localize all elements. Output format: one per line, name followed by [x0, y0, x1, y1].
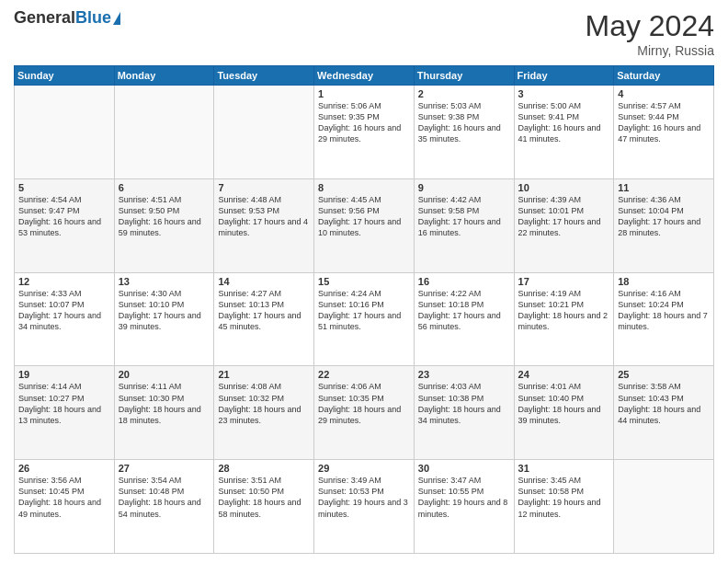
- day-number: 20: [119, 369, 210, 380]
- day-number: 24: [518, 369, 610, 380]
- day-number: 22: [318, 369, 410, 380]
- table-cell: 8Sunrise: 4:45 AMSunset: 9:56 PMDaylight…: [314, 178, 415, 272]
- day-info: Sunrise: 4:39 AMSunset: 10:01 PMDaylight…: [518, 195, 601, 237]
- day-info: Sunrise: 4:36 AMSunset: 10:04 PMDaylight…: [618, 195, 700, 237]
- title-month-year: May 2024: [585, 9, 714, 43]
- week-row-4: 19Sunrise: 4:14 AMSunset: 10:27 PMDaylig…: [15, 366, 714, 460]
- logo: GeneralBlue: [14, 9, 120, 28]
- day-number: 25: [618, 369, 710, 380]
- col-friday: Friday: [514, 66, 614, 86]
- day-info: Sunrise: 5:06 AMSunset: 9:35 PMDaylight:…: [318, 101, 401, 144]
- day-info: Sunrise: 4:57 AMSunset: 9:44 PMDaylight:…: [618, 101, 700, 144]
- day-info: Sunrise: 4:16 AMSunset: 10:24 PMDaylight…: [618, 289, 708, 331]
- day-number: 3: [518, 88, 610, 99]
- day-number: 8: [318, 182, 410, 193]
- table-cell: 2Sunrise: 5:03 AMSunset: 9:38 PMDaylight…: [414, 86, 514, 179]
- day-number: 6: [119, 182, 210, 193]
- title-block: May 2024 Mirny, Russia: [585, 9, 714, 58]
- table-cell: 26Sunrise: 3:56 AMSunset: 10:45 PMDaylig…: [15, 460, 115, 554]
- table-cell: [15, 86, 115, 179]
- calendar-header-row: Sunday Monday Tuesday Wednesday Thursday…: [15, 66, 714, 86]
- col-thursday: Thursday: [414, 66, 514, 86]
- table-cell: 5Sunrise: 4:54 AMSunset: 9:47 PMDaylight…: [15, 178, 115, 272]
- week-row-2: 5Sunrise: 4:54 AMSunset: 9:47 PMDaylight…: [15, 178, 714, 272]
- table-cell: 9Sunrise: 4:42 AMSunset: 9:58 PMDaylight…: [414, 178, 514, 272]
- day-number: 16: [418, 276, 510, 287]
- week-row-5: 26Sunrise: 3:56 AMSunset: 10:45 PMDaylig…: [15, 460, 714, 554]
- day-number: 27: [119, 463, 210, 474]
- table-cell: 31Sunrise: 3:45 AMSunset: 10:58 PMDaylig…: [514, 460, 614, 554]
- table-cell: 21Sunrise: 4:08 AMSunset: 10:32 PMDaylig…: [214, 366, 314, 460]
- day-number: 14: [218, 276, 310, 287]
- day-number: 13: [119, 276, 210, 287]
- table-cell: 23Sunrise: 4:03 AMSunset: 10:38 PMDaylig…: [414, 366, 514, 460]
- day-info: Sunrise: 4:01 AMSunset: 10:40 PMDaylight…: [518, 382, 601, 424]
- day-info: Sunrise: 5:00 AMSunset: 9:41 PMDaylight:…: [518, 101, 601, 144]
- col-saturday: Saturday: [614, 66, 714, 86]
- table-cell: 4Sunrise: 4:57 AMSunset: 9:44 PMDaylight…: [614, 86, 714, 179]
- day-info: Sunrise: 5:03 AMSunset: 9:38 PMDaylight:…: [418, 101, 501, 144]
- day-info: Sunrise: 4:54 AMSunset: 9:47 PMDaylight:…: [18, 195, 101, 237]
- table-cell: 28Sunrise: 3:51 AMSunset: 10:50 PMDaylig…: [214, 460, 314, 554]
- table-cell: 17Sunrise: 4:19 AMSunset: 10:21 PMDaylig…: [514, 272, 614, 366]
- day-number: 30: [418, 463, 510, 474]
- table-cell: 6Sunrise: 4:51 AMSunset: 9:50 PMDaylight…: [114, 178, 214, 272]
- title-location: Mirny, Russia: [585, 43, 714, 58]
- table-cell: 18Sunrise: 4:16 AMSunset: 10:24 PMDaylig…: [614, 272, 714, 366]
- day-info: Sunrise: 4:03 AMSunset: 10:38 PMDaylight…: [418, 382, 501, 424]
- day-number: 29: [318, 463, 410, 474]
- logo-triangle-icon: [113, 12, 120, 25]
- table-cell: 20Sunrise: 4:11 AMSunset: 10:30 PMDaylig…: [114, 366, 214, 460]
- week-row-3: 12Sunrise: 4:33 AMSunset: 10:07 PMDaylig…: [15, 272, 714, 366]
- table-cell: 25Sunrise: 3:58 AMSunset: 10:43 PMDaylig…: [614, 366, 714, 460]
- day-info: Sunrise: 4:19 AMSunset: 10:21 PMDaylight…: [518, 289, 609, 331]
- day-info: Sunrise: 4:51 AMSunset: 9:50 PMDaylight:…: [119, 195, 201, 237]
- day-number: 23: [418, 369, 510, 380]
- col-wednesday: Wednesday: [314, 66, 415, 86]
- day-number: 9: [418, 182, 510, 193]
- table-cell: 10Sunrise: 4:39 AMSunset: 10:01 PMDaylig…: [514, 178, 614, 272]
- day-number: 15: [318, 276, 410, 287]
- day-number: 19: [18, 369, 110, 380]
- table-cell: 19Sunrise: 4:14 AMSunset: 10:27 PMDaylig…: [15, 366, 115, 460]
- day-info: Sunrise: 4:33 AMSunset: 10:07 PMDaylight…: [18, 289, 101, 331]
- day-info: Sunrise: 4:42 AMSunset: 9:58 PMDaylight:…: [418, 195, 501, 237]
- table-cell: 7Sunrise: 4:48 AMSunset: 9:53 PMDaylight…: [214, 178, 314, 272]
- day-number: 21: [218, 369, 310, 380]
- table-cell: [214, 86, 314, 179]
- day-info: Sunrise: 3:47 AMSunset: 10:55 PMDaylight…: [418, 476, 508, 518]
- header: GeneralBlue May 2024 Mirny, Russia: [14, 9, 714, 58]
- day-info: Sunrise: 3:51 AMSunset: 10:50 PMDaylight…: [218, 476, 301, 518]
- table-cell: 30Sunrise: 3:47 AMSunset: 10:55 PMDaylig…: [414, 460, 514, 554]
- day-info: Sunrise: 4:14 AMSunset: 10:27 PMDaylight…: [18, 382, 101, 424]
- table-cell: 1Sunrise: 5:06 AMSunset: 9:35 PMDaylight…: [314, 86, 415, 179]
- table-cell: 16Sunrise: 4:22 AMSunset: 10:18 PMDaylig…: [414, 272, 514, 366]
- week-row-1: 1Sunrise: 5:06 AMSunset: 9:35 PMDaylight…: [15, 86, 714, 179]
- day-info: Sunrise: 3:45 AMSunset: 10:58 PMDaylight…: [518, 476, 601, 518]
- day-number: 28: [218, 463, 310, 474]
- day-info: Sunrise: 4:48 AMSunset: 9:53 PMDaylight:…: [218, 195, 308, 237]
- day-info: Sunrise: 3:56 AMSunset: 10:45 PMDaylight…: [18, 476, 101, 518]
- table-cell: 12Sunrise: 4:33 AMSunset: 10:07 PMDaylig…: [15, 272, 115, 366]
- day-number: 10: [518, 182, 610, 193]
- day-info: Sunrise: 4:27 AMSunset: 10:13 PMDaylight…: [218, 289, 301, 331]
- day-number: 31: [518, 463, 610, 474]
- table-cell: [114, 86, 214, 179]
- day-info: Sunrise: 4:08 AMSunset: 10:32 PMDaylight…: [218, 382, 301, 424]
- day-number: 12: [18, 276, 110, 287]
- table-cell: 15Sunrise: 4:24 AMSunset: 10:16 PMDaylig…: [314, 272, 415, 366]
- table-cell: 14Sunrise: 4:27 AMSunset: 10:13 PMDaylig…: [214, 272, 314, 366]
- table-cell: 22Sunrise: 4:06 AMSunset: 10:35 PMDaylig…: [314, 366, 415, 460]
- day-number: 1: [318, 88, 410, 99]
- calendar-table: Sunday Monday Tuesday Wednesday Thursday…: [14, 65, 714, 554]
- table-cell: 11Sunrise: 4:36 AMSunset: 10:04 PMDaylig…: [614, 178, 714, 272]
- col-sunday: Sunday: [15, 66, 115, 86]
- page: GeneralBlue May 2024 Mirny, Russia Sunda…: [0, 0, 728, 563]
- day-info: Sunrise: 4:24 AMSunset: 10:16 PMDaylight…: [318, 289, 401, 331]
- table-cell: 29Sunrise: 3:49 AMSunset: 10:53 PMDaylig…: [314, 460, 415, 554]
- table-cell: [614, 460, 714, 554]
- day-info: Sunrise: 3:58 AMSunset: 10:43 PMDaylight…: [618, 382, 700, 424]
- day-number: 11: [618, 182, 710, 193]
- day-number: 7: [218, 182, 310, 193]
- day-number: 2: [418, 88, 510, 99]
